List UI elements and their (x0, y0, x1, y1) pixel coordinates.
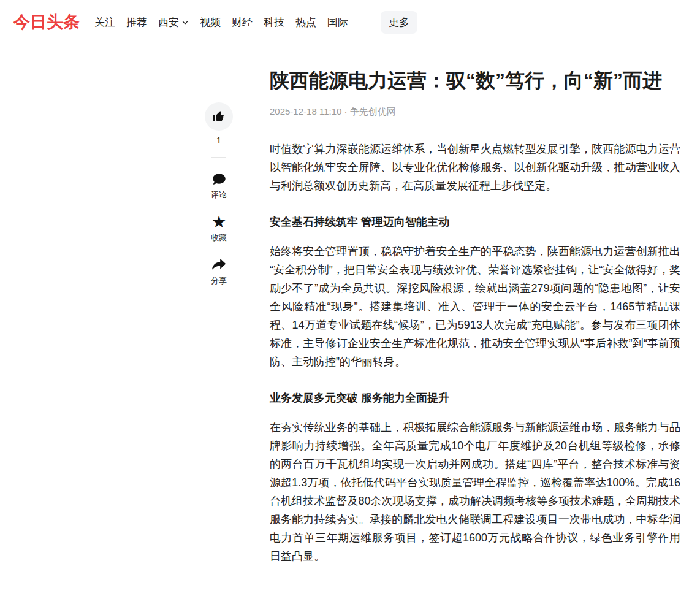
favorite-label: 收藏 (211, 232, 227, 243)
share-button[interactable]: 分享 (211, 257, 227, 286)
nav-item-city[interactable]: 西安 (158, 15, 189, 29)
comment-bubble-icon (211, 171, 227, 187)
article-intro-paragraph: 时值数字算力深嵌能源运维体系，当创新星火点燃转型发展引擎，陕西能源电力运营以智能… (270, 140, 680, 195)
article-title: 陕西能源电力运营：驭“数”笃行，向“新”而进 (270, 64, 680, 97)
comment-label: 评论 (211, 189, 227, 201)
article-meta: 2025-12-18 11:10 · 争先创优网 (270, 106, 680, 118)
nav-item-finance[interactable]: 财经 (232, 15, 253, 29)
star-icon: ★ (211, 214, 226, 230)
nav-item-follow[interactable]: 关注 (94, 15, 115, 29)
nav-item-more[interactable]: 更多 (381, 11, 417, 34)
nav-item-international[interactable]: 国际 (327, 15, 348, 29)
article: 陕西能源电力运营：驭“数”笃行，向“新”而进 2025-12-18 11:10 … (270, 64, 680, 565)
action-rail: 1 评论 ★ 收藏 分享 (205, 102, 233, 286)
like-count: 1 (216, 135, 221, 145)
rail-divider (211, 157, 226, 158)
primary-nav: 关注 推荐 西安 视频 财经 科技 热点 国际 更多 (94, 11, 417, 34)
chevron-down-icon (181, 19, 189, 26)
thumbs-up-icon (212, 109, 226, 124)
section-paragraph-1: 始终将安全管理置顶，稳稳守护着安全生产的平稳态势，陕西能源电力运营创新推出“安全… (270, 242, 680, 371)
section-paragraph-2: 在夯实传统业务的基础上，积极拓展综合能源服务与新能源运维市场，服务能力与品牌影响… (270, 418, 680, 565)
like-button[interactable] (205, 102, 233, 131)
nav-item-city-label: 西安 (158, 15, 179, 29)
comment-button[interactable]: 评论 (211, 171, 227, 201)
nav-item-hot[interactable]: 热点 (295, 15, 316, 29)
nav-item-video[interactable]: 视频 (200, 15, 221, 29)
share-label: 分享 (211, 275, 227, 286)
section-heading-2: 业务发展多元突破 服务能力全面提升 (270, 391, 680, 406)
top-nav: 今日头条 关注 推荐 西安 视频 财经 科技 热点 国际 更多 (0, 0, 700, 44)
nav-item-tech[interactable]: 科技 (264, 15, 284, 29)
section-heading-1: 安全基石持续筑牢 管理迈向智能主动 (270, 215, 680, 230)
nav-item-recommend[interactable]: 推荐 (126, 15, 147, 29)
favorite-button[interactable]: ★ 收藏 (211, 214, 227, 243)
site-logo[interactable]: 今日头条 (13, 11, 80, 33)
share-arrow-icon (211, 257, 227, 273)
